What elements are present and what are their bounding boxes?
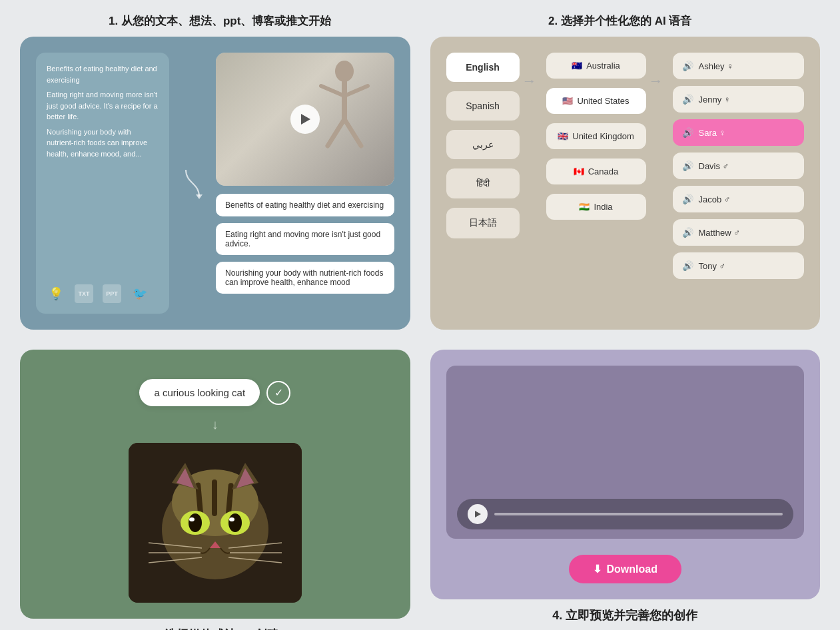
step2-title: 2. 选择并个性化您的 AI 语音 [420, 13, 821, 29]
voice-tony[interactable]: 🔊 Tony ♂ [673, 252, 805, 279]
speaker-icon-tony: 🔊 [682, 260, 693, 271]
svg-point-16 [228, 513, 242, 532]
p4-play-button[interactable] [468, 504, 488, 524]
caption-2: Eating right and moving more isn't just … [216, 223, 394, 255]
lightbulb-icon: 💡 [47, 284, 65, 303]
voice-jacob[interactable]: 🔊 Jacob ♂ [673, 186, 805, 212]
panel2: English Spanish عربي हिंदी 日本語 → 🇦🇺 Aust… [430, 37, 821, 330]
svg-point-15 [189, 513, 202, 532]
p1-video-thumbnail[interactable] [216, 53, 394, 186]
p1-right-area: Benefits of eating healthy diet and exer… [216, 53, 394, 314]
curved-arrow [180, 53, 205, 314]
svg-line-6 [344, 119, 361, 146]
video-controls [457, 499, 794, 529]
panel3: a curious looking cat ✓ ↓ [20, 350, 410, 630]
p1-captions-area: Benefits of eating healthy diet and exer… [216, 194, 394, 314]
languages-column: English Spanish عربي हिंदी 日本語 [446, 53, 520, 238]
confirm-icon[interactable]: ✓ [266, 381, 290, 405]
lang-arabic[interactable]: عربي [446, 130, 520, 159]
speaker-icon-matthew: 🔊 [682, 227, 693, 238]
speaker-icon-jacob: 🔊 [682, 194, 693, 204]
p1-line2: Eating right and moving more isn't just … [47, 89, 159, 123]
panel4: ⬇ Download 4. 立即预览并完善您的创作 [430, 350, 821, 630]
svg-rect-11 [212, 479, 217, 516]
voice-sara[interactable]: 🔊 Sara ♀ [673, 119, 805, 146]
step1-title: 1. 从您的文本、想法、ppt、博客或推文开始 [20, 13, 420, 29]
voice-jenny[interactable]: 🔊 Jenny ♀ [673, 86, 805, 113]
voice-davis[interactable]: 🔊 Davis ♂ [673, 153, 805, 179]
cat-image [129, 443, 302, 603]
prompt-text[interactable]: a curious looking cat [139, 379, 260, 406]
country-canada[interactable]: 🇨🇦 Canada [546, 158, 646, 184]
svg-point-18 [229, 517, 234, 521]
country-australia[interactable]: 🇦🇺 Australia [546, 53, 646, 79]
lang-to-country-arrow: → [522, 53, 537, 90]
lang-hindi[interactable]: हिंदी [446, 168, 520, 198]
svg-marker-0 [196, 194, 203, 199]
speaker-icon-jenny: 🔊 [682, 94, 693, 105]
prompt-to-image-arrow: ↓ [212, 417, 218, 432]
country-us[interactable]: 🇺🇸 United States [546, 88, 646, 114]
india-flag: 🇮🇳 [579, 202, 590, 212]
download-icon: ⬇ [593, 563, 602, 575]
txt-icon: TXT [75, 284, 93, 303]
countries-column: 🇦🇺 Australia 🇺🇸 United States 🇬🇧 United … [546, 53, 646, 220]
country-uk[interactable]: 🇬🇧 United Kingdom [546, 123, 646, 149]
step3-label: 3. 选择媒体或让 AI 创建 [20, 627, 410, 630]
video-play-button[interactable] [290, 105, 320, 134]
australia-flag: 🇦🇺 [572, 61, 582, 71]
prompt-area: a curious looking cat ✓ [139, 379, 290, 406]
country-to-voice-arrow: → [649, 53, 663, 90]
step4-label: 4. 立即预览并完善您的创作 [430, 607, 821, 623]
p4-video-frame [446, 366, 805, 539]
caption-1: Benefits of eating healthy diet and exer… [216, 194, 394, 216]
caption-3: Nourishing your body with nutrient-rich … [216, 262, 394, 294]
lang-spanish[interactable]: Spanish [446, 91, 520, 121]
us-flag: 🇺🇸 [562, 96, 573, 106]
progress-bar[interactable] [494, 513, 783, 515]
p1-line3: Nourishing your body with nutrient-rich … [47, 127, 159, 160]
speaker-icon-sara: 🔊 [682, 127, 693, 138]
lang-japanese[interactable]: 日本語 [446, 208, 520, 238]
speaker-icon-davis: 🔊 [682, 160, 693, 171]
twitter-icon: 🐦 [131, 284, 149, 303]
svg-line-3 [321, 86, 344, 96]
svg-line-5 [328, 119, 344, 146]
svg-point-17 [189, 517, 195, 521]
canada-flag: 🇨🇦 [574, 166, 584, 176]
lang-english[interactable]: English [446, 53, 520, 82]
speaker-icon-ashley: 🔊 [682, 61, 693, 71]
download-button[interactable]: ⬇ Download [569, 555, 681, 583]
p1-line1: Benefits of eating healthy diet and exer… [47, 63, 159, 85]
voice-matthew[interactable]: 🔊 Matthew ♂ [673, 219, 805, 246]
panel1: Benefits of eating healthy diet and exer… [20, 37, 410, 330]
voice-ashley[interactable]: 🔊 Ashley ♀ [673, 53, 805, 79]
voices-column: 🔊 Ashley ♀ 🔊 Jenny ♀ 🔊 Sara ♀ 🔊 [673, 53, 805, 279]
p1-text-area: Benefits of eating healthy diet and exer… [36, 53, 169, 314]
country-india[interactable]: 🇮🇳 India [546, 194, 646, 220]
ppt-icon: PPT [103, 284, 121, 303]
svg-line-4 [344, 86, 368, 96]
uk-flag: 🇬🇧 [558, 131, 568, 141]
svg-point-1 [335, 61, 354, 82]
